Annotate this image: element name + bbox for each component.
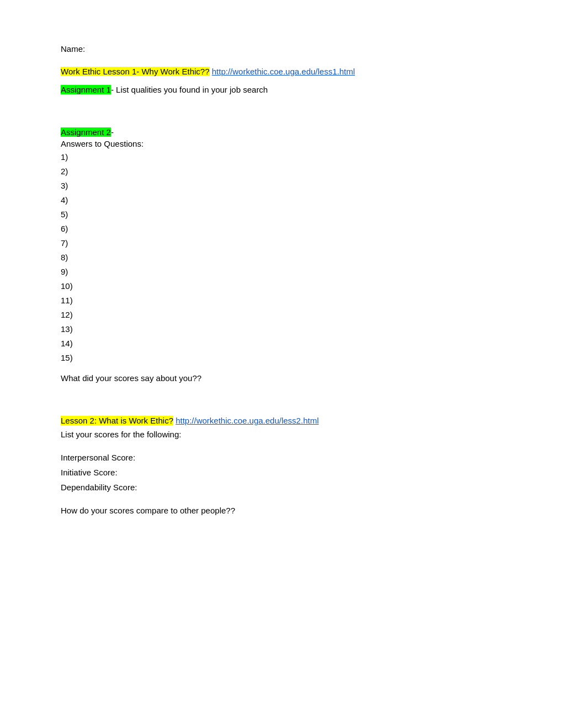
list-item: 6) [61,222,502,235]
assignment1-line: Assignment 1- List qualities you found i… [61,85,502,94]
list-item: 4) [61,194,502,207]
answers-label: Answers to Questions: [61,139,502,148]
list-item: 11) [61,294,502,307]
list-item: 15) [61,351,502,365]
assignment1-description: - List qualities you found in your job s… [111,85,268,94]
lesson2-title-highlighted: Lesson 2: What is Work Ethic? [61,416,173,425]
list-item: 7) [61,237,502,250]
lesson2-title-line: Lesson 2: What is Work Ethic? http://wor… [61,416,502,425]
scores-block: Interpersonal Score: Initiative Score: D… [61,450,502,495]
list-item: 13) [61,323,502,336]
list-item: 10) [61,280,502,293]
name-line: Name: [61,44,502,53]
list-item: 1) [61,151,502,164]
list-item: 5) [61,208,502,221]
lesson2-link[interactable]: http://workethic.coe.uga.edu/less2.html [176,416,318,425]
list-item: 9) [61,265,502,279]
list-item: 14) [61,337,502,350]
list-item: 3) [61,179,502,192]
list-scores-line: List your scores for the following: [61,430,502,439]
scores-question: What did your scores say about you?? [61,373,502,383]
page-content: Name: Work Ethic Lesson 1- Why Work Ethi… [0,0,563,570]
assignment2-label-highlighted: Assignment 2 [61,127,111,137]
assignment2-dash: - [111,127,114,137]
lesson1-title-highlighted: Work Ethic Lesson 1- Why Work Ethic?? [61,67,210,76]
lesson1-title-line: Work Ethic Lesson 1- Why Work Ethic?? ht… [61,67,502,76]
assignment2-header: Assignment 2- [61,127,502,137]
compare-question: How do your scores compare to other peop… [61,506,502,515]
dependability-score: Dependability Score: [61,480,502,495]
numbered-list: 1) 2) 3) 4) 5) 6) 7) 8) 9) 10) 11) 12) 1… [61,151,502,365]
interpersonal-score: Interpersonal Score: [61,450,502,465]
name-label: Name: [61,44,85,53]
assignment2-block: Assignment 2- Answers to Questions: 1) 2… [61,127,502,383]
list-item: 8) [61,251,502,264]
assignment1-label-highlighted: Assignment 1 [61,85,111,94]
lesson1-link[interactable]: http://workethic.coe.uga.edu/less1.html [212,67,355,76]
list-item: 12) [61,308,502,322]
initiative-score: Initiative Score: [61,465,502,480]
list-item: 2) [61,165,502,178]
